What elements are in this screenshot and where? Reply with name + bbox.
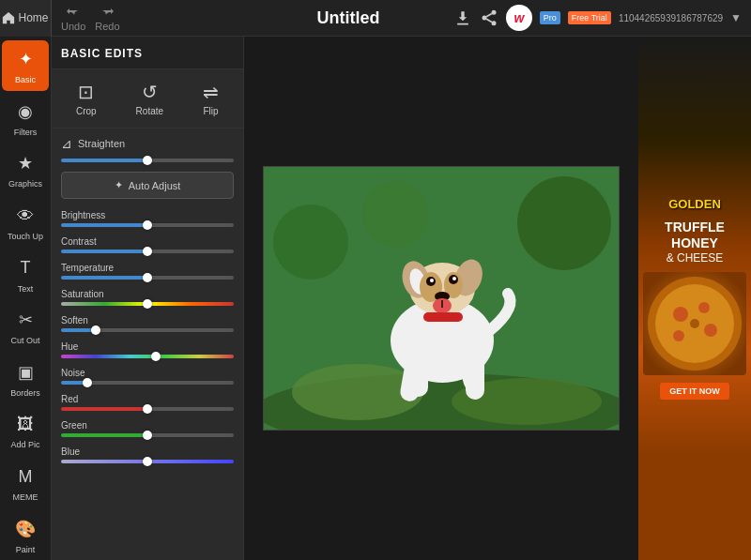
rotate-tool-button[interactable]: ↺ Rotate — [129, 77, 171, 120]
contrast-thumb[interactable] — [143, 247, 152, 256]
undo-button[interactable]: Undo — [61, 5, 85, 32]
hue-slider[interactable] — [61, 355, 234, 358]
document-title: Untitled — [317, 8, 380, 28]
straighten-slider[interactable] — [61, 159, 234, 162]
blue-slider[interactable] — [61, 460, 234, 463]
pro-badge: Pro — [540, 11, 560, 24]
ad-line3: HONEY — [671, 235, 718, 251]
sidebar-item-filters[interactable]: ◉ Filters — [2, 93, 49, 144]
filters-icon: ◉ — [12, 98, 38, 125]
sidebar-item-add-pic[interactable]: 🖼 Add Pic — [2, 405, 49, 456]
basic-label: Basic — [15, 75, 36, 84]
flip-tool-button[interactable]: ⇌ Flip — [195, 77, 226, 120]
svg-point-36 — [704, 324, 717, 337]
hue-thumb[interactable] — [151, 352, 161, 361]
contrast-slider[interactable] — [61, 250, 234, 253]
paint-label: Paint — [16, 545, 36, 554]
red-thumb[interactable] — [143, 404, 152, 414]
saturation-thumb[interactable] — [143, 299, 152, 309]
noise-slider-container: Noise — [61, 368, 234, 385]
hue-slider-container: Hue — [61, 341, 234, 358]
sidebar-item-graphics[interactable]: ★ Graphics — [2, 144, 49, 195]
undo-icon — [66, 5, 81, 20]
temperature-label: Temperature — [61, 263, 234, 273]
temperature-thumb[interactable] — [143, 273, 152, 282]
sidebar-item-cut-out[interactable]: ✂ Cut Out — [2, 301, 49, 352]
red-slider[interactable] — [61, 407, 234, 411]
svg-point-38 — [690, 319, 699, 328]
crop-tool-button[interactable]: ⊡ Crop — [69, 77, 104, 120]
saturation-label: Saturation — [61, 289, 234, 299]
sidebar-item-basic[interactable]: ✦ Basic — [2, 40, 49, 91]
noise-label: Noise — [61, 368, 234, 378]
flip-icon: ⇌ — [203, 81, 219, 103]
panel-body: ⊿ Straighten ✦ Auto Adjust BrightnessCon… — [52, 129, 243, 560]
svg-line-3 — [486, 19, 492, 22]
text-label: Text — [18, 284, 34, 294]
redo-icon — [100, 5, 115, 20]
soften-slider[interactable] — [61, 328, 234, 332]
temperature-slider[interactable] — [61, 276, 234, 280]
saturation-slider[interactable] — [61, 302, 234, 306]
noise-slider[interactable] — [61, 381, 234, 385]
svg-point-31 — [362, 181, 428, 247]
green-slider[interactable] — [61, 433, 234, 437]
home-icon — [2, 11, 15, 24]
rotate-label: Rotate — [136, 106, 163, 116]
svg-point-20 — [452, 277, 456, 280]
sidebar-item-text[interactable]: T Text — [2, 249, 49, 299]
sliders-container: BrightnessContrastTemperatureSaturationS… — [61, 210, 234, 463]
share-button[interactable] — [480, 8, 498, 27]
ad-line1: GOLDEN — [668, 197, 721, 212]
borders-icon: ▣ — [12, 359, 38, 386]
image-content — [264, 167, 620, 430]
noise-thumb[interactable] — [83, 378, 92, 387]
share-icon — [480, 8, 498, 27]
sidebar-item-meme[interactable]: M MEME — [2, 458, 49, 508]
paint-icon: 🎨 — [12, 516, 38, 542]
graphics-label: Graphics — [8, 179, 42, 189]
crop-label: Crop — [76, 106, 97, 116]
canvas-image[interactable] — [263, 166, 620, 431]
brightness-thumb[interactable] — [143, 220, 152, 230]
download-icon — [453, 8, 472, 27]
soften-thumb[interactable] — [91, 325, 100, 335]
home-button[interactable]: Home — [0, 0, 52, 37]
sidebar-item-touch-up[interactable]: 👁 Touch Up — [2, 197, 49, 248]
sidebar-item-borders[interactable]: ▣ Borders — [2, 354, 49, 404]
svg-point-34 — [673, 307, 688, 322]
green-thumb[interactable] — [143, 431, 152, 440]
contrast-label: Contrast — [61, 236, 234, 247]
svg-rect-24 — [423, 312, 463, 322]
redo-button[interactable]: Redo — [95, 5, 119, 32]
ad-line2: TRUFFLE — [665, 219, 725, 235]
brightness-slider[interactable] — [61, 223, 234, 227]
blue-slider-container: Blue — [61, 446, 234, 463]
walgreens-logo: w — [506, 5, 532, 31]
canvas-area — [244, 37, 638, 560]
cut-out-label: Cut Out — [10, 336, 39, 345]
basic-icon: ✦ — [12, 46, 38, 72]
touch-up-icon: 👁 — [12, 203, 38, 229]
panel-header: BASIC EDITS — [52, 37, 243, 69]
svg-point-37 — [673, 330, 684, 341]
green-label: Green — [61, 420, 234, 431]
green-slider-container: Green — [61, 420, 234, 437]
undo-label: Undo — [61, 21, 85, 32]
basic-edits-panel: BASIC EDITS ⊡ Crop ↺ Rotate ⇌ Flip ⊿ Str… — [52, 37, 244, 560]
blue-thumb[interactable] — [143, 457, 152, 466]
download-button[interactable] — [453, 8, 472, 27]
brightness-label: Brightness — [61, 210, 234, 220]
ad-cta-button[interactable]: GET IT NOW — [660, 383, 729, 400]
text-icon: T — [12, 255, 38, 281]
rotate-icon: ↺ — [142, 81, 158, 103]
topbar-right: w Pro Free Trial 11044265939186787629 ▼ — [453, 5, 742, 31]
svg-point-0 — [491, 10, 496, 15]
svg-point-1 — [482, 16, 486, 21]
auto-adjust-label: Auto Adjust — [129, 180, 181, 191]
touch-up-label: Touch Up — [8, 232, 43, 241]
account-dropdown-arrow[interactable]: ▼ — [730, 11, 742, 24]
contrast-slider-container: Contrast — [61, 236, 234, 253]
auto-adjust-button[interactable]: ✦ Auto Adjust — [61, 172, 234, 199]
sidebar-item-paint[interactable]: 🎨 Paint — [2, 509, 49, 560]
